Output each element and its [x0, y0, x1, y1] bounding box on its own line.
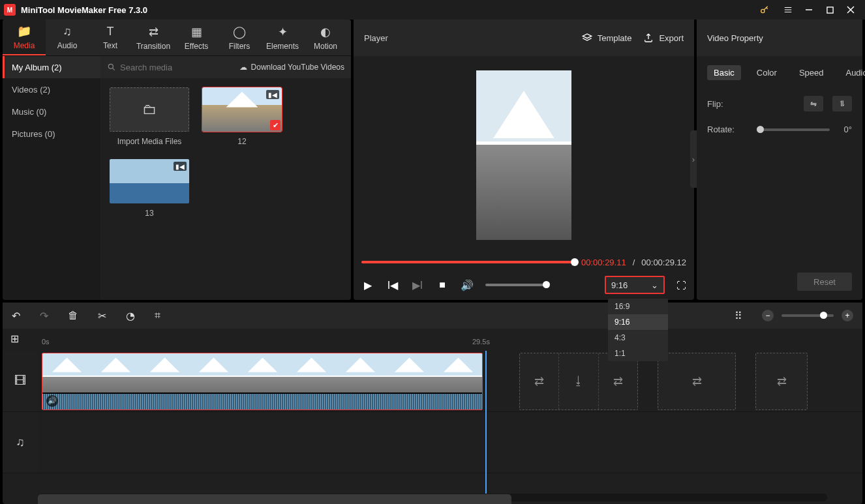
clip-speaker-icon[interactable]: 🔊: [46, 395, 58, 407]
transition-slot[interactable]: ⇄: [755, 353, 808, 410]
ratio-option-4-3[interactable]: 4:3: [608, 330, 668, 346]
stop-button[interactable]: ■: [436, 279, 449, 291]
template-button[interactable]: Template: [582, 33, 632, 43]
audio-track-body[interactable]: [38, 412, 862, 473]
export-icon: [643, 33, 654, 43]
crop-button[interactable]: ⌗: [155, 310, 160, 321]
tab-label: Media: [14, 41, 35, 50]
media-thumb-13[interactable]: ▮◀: [110, 159, 189, 203]
maximize-button[interactable]: [819, 1, 840, 19]
export-button[interactable]: Export: [643, 33, 684, 43]
volume-handle[interactable]: [543, 281, 550, 288]
ruler-mark: 29.5s: [472, 338, 490, 346]
flip-vertical-button[interactable]: ⥮: [832, 96, 852, 111]
sidebar-item-pictures[interactable]: Pictures (0): [3, 123, 100, 145]
add-track-button[interactable]: ⊞: [10, 333, 19, 345]
tab-media[interactable]: 📁Media: [3, 20, 46, 55]
minimize-button[interactable]: [798, 1, 819, 19]
redo-button[interactable]: ↷: [40, 310, 48, 322]
svg-rect-1: [827, 7, 832, 12]
sidebar-item-music[interactable]: Music (0): [3, 100, 100, 123]
prev-frame-button[interactable]: I◀: [386, 279, 399, 291]
tab-text[interactable]: TText: [89, 20, 132, 55]
timeline-scrollbar[interactable]: [38, 494, 827, 501]
timeline-ruler[interactable]: ⊞ 0s 29.5s: [3, 329, 862, 351]
search-input[interactable]: [120, 63, 235, 72]
play-button[interactable]: ▶: [361, 279, 374, 291]
zoom-handle[interactable]: [820, 312, 827, 319]
properties-title: Video Property: [697, 20, 862, 56]
next-frame-button[interactable]: ▶I: [411, 279, 424, 291]
download-youtube-link[interactable]: ☁ Download YouTube Videos: [239, 63, 344, 72]
title-bar: M MiniTool MovieMaker Free 7.3.0: [0, 0, 865, 20]
tab-audio[interactable]: ♫Audio: [46, 20, 89, 55]
swap-icon: ⇄: [599, 353, 637, 409]
panel-expand-handle[interactable]: ›: [690, 130, 697, 188]
split-button[interactable]: ✂: [98, 310, 106, 322]
transition-icon: ⇄: [149, 25, 159, 39]
zoom-out-button[interactable]: −: [762, 310, 774, 321]
volume-slider[interactable]: [485, 284, 547, 286]
timeline-panel: ↶ ↷ 🗑 ✂ ◔ ⌗ ⠿ − + ⊞ 0s 29.5s 🎞 🔊: [3, 303, 862, 504]
folder-icon: 📁: [17, 24, 31, 38]
audio-track-icon[interactable]: ♫: [3, 412, 38, 473]
svg-point-2: [108, 64, 113, 68]
aspect-ratio-dropdown[interactable]: 9:16 ⌄: [605, 276, 665, 294]
prop-tab-audio[interactable]: Audio: [839, 65, 865, 80]
hamburger-menu-icon[interactable]: [778, 1, 798, 19]
prop-tab-basic[interactable]: Basic: [707, 65, 741, 80]
ratio-option-16-9[interactable]: 16:9: [608, 299, 668, 314]
import-media-button[interactable]: 🗀: [110, 87, 189, 132]
ruler-start: 0s: [42, 338, 50, 346]
rotate-handle[interactable]: [757, 126, 764, 133]
license-key-icon[interactable]: [754, 1, 775, 19]
selected-check-icon: ✔: [270, 120, 281, 130]
delete-button[interactable]: 🗑: [68, 310, 78, 321]
rotate-slider[interactable]: [757, 128, 830, 131]
import-label: Import Media Files: [117, 137, 182, 146]
ratio-option-1-1[interactable]: 1:1: [608, 346, 668, 361]
swap-icon: ⇄: [520, 353, 558, 409]
sidebar-item-videos[interactable]: Videos (2): [3, 78, 100, 100]
tab-effects[interactable]: ▦Effects: [175, 20, 218, 55]
filters-icon: ◯: [233, 25, 246, 39]
text-icon: T: [107, 25, 114, 38]
close-button[interactable]: [840, 1, 861, 19]
tab-filters[interactable]: ◯Filters: [218, 20, 261, 55]
preview-canvas[interactable]: [476, 70, 571, 240]
swap-icon: ⇄: [658, 353, 735, 409]
effects-icon: ▦: [191, 25, 202, 39]
volume-icon[interactable]: 🔊: [461, 279, 474, 291]
media-thumb-12[interactable]: ▮◀ ✔: [202, 87, 282, 132]
tab-elements[interactable]: ✦Elements: [261, 20, 304, 55]
audio-waveform: [42, 393, 482, 409]
video-track-icon[interactable]: 🎞: [3, 351, 38, 411]
player-title: Player: [364, 33, 388, 43]
zoom-slider[interactable]: [782, 314, 834, 317]
scrollbar-thumb[interactable]: [38, 494, 511, 504]
aspect-ratio-menu: 16:9 9:16 4:3 1:1: [608, 299, 668, 361]
sidebar-item-myalbum[interactable]: My Album (2): [3, 56, 100, 78]
reset-button[interactable]: Reset: [797, 273, 852, 291]
transition-slot[interactable]: ⇄: [658, 353, 736, 410]
seek-handle[interactable]: [571, 258, 579, 266]
prop-tab-speed[interactable]: Speed: [793, 65, 830, 80]
video-clip[interactable]: 🔊: [42, 353, 483, 410]
properties-panel: › Video Property Basic Color Speed Audio…: [697, 20, 862, 300]
fullscreen-button[interactable]: ⛶: [676, 280, 686, 291]
playhead[interactable]: [485, 351, 487, 494]
time-separator: /: [633, 258, 635, 267]
media-grid: 🗀 Import Media Files ▮◀ ✔ 12 ▮◀: [100, 78, 351, 300]
speed-button[interactable]: ◔: [126, 310, 135, 322]
search-icon: [107, 63, 116, 72]
fit-button[interactable]: ⠿: [735, 310, 742, 322]
prop-tab-color[interactable]: Color: [750, 65, 783, 80]
undo-button[interactable]: ↶: [12, 310, 20, 322]
zoom-in-button[interactable]: +: [842, 310, 853, 321]
seek-slider[interactable]: [361, 261, 575, 263]
media-panel: 📁Media ♫Audio TText ⇄Transition ▦Effects…: [3, 20, 351, 300]
tab-transition[interactable]: ⇄Transition: [132, 20, 175, 55]
ratio-option-9-16[interactable]: 9:16: [608, 314, 668, 330]
tab-motion[interactable]: ◐Motion: [304, 20, 347, 55]
flip-horizontal-button[interactable]: ⇋: [804, 96, 823, 111]
